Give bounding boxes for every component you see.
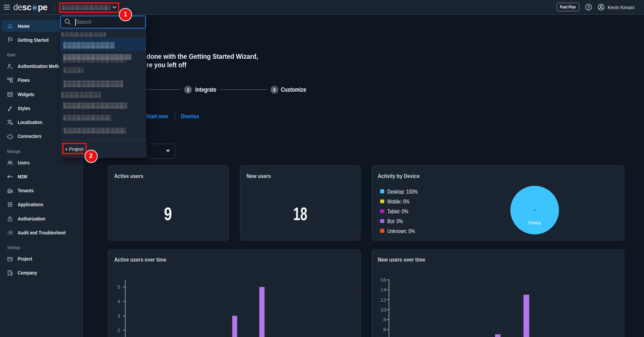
svg-text:14: 14 — [380, 287, 386, 292]
svg-text:12: 12 — [380, 297, 386, 302]
svg-text:16: 16 — [380, 277, 386, 282]
svg-text:2: 2 — [117, 327, 120, 333]
svg-text:8: 8 — [383, 317, 386, 322]
svg-text:10: 10 — [380, 306, 386, 312]
svg-text:3: 3 — [117, 313, 120, 318]
svg-text:5: 5 — [117, 284, 120, 290]
svg-text:4: 4 — [117, 298, 120, 304]
svg-text:6: 6 — [383, 326, 386, 332]
